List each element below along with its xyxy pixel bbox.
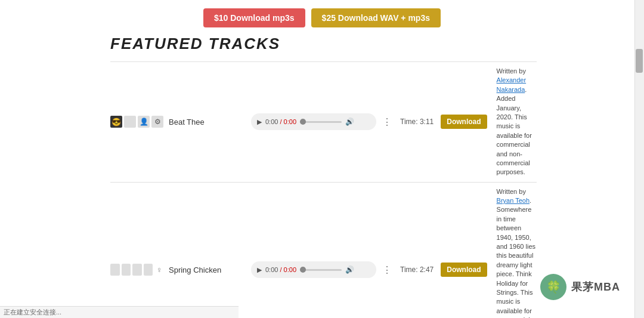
download-mp3s-button[interactable]: $10 Download mp3s: [203, 8, 305, 27]
play-button[interactable]: ▶: [257, 118, 262, 126]
track-duration: Time: 3:11: [400, 118, 434, 126]
track-row: 😎 👤 ⚙ Beat Thee ▶ 0:00 / 0:00 🔊 ⋮ Time: …: [110, 61, 537, 182]
play-button[interactable]: ▶: [257, 266, 262, 274]
track-icon-b1: [110, 264, 120, 276]
audio-player[interactable]: ▶ 0:00 / 0:00 🔊: [251, 261, 376, 278]
track-icons: 😎 👤 ⚙: [110, 116, 164, 128]
time-total: 0:00: [284, 266, 296, 273]
more-options-icon[interactable]: ⋮: [382, 264, 392, 276]
track-row: ♀ Spring Chicken ▶ 0:00 / 0:00 🔊 ⋮ Time:…: [110, 182, 537, 318]
top-bar: $10 Download mp3s $25 Download WAV + mp3…: [0, 0, 644, 35]
scrollbar[interactable]: [634, 0, 644, 318]
section-title: FEATURED TRACKS: [110, 35, 537, 53]
progress-bar[interactable]: [300, 121, 342, 123]
download-button[interactable]: Download: [441, 263, 487, 277]
track-icon-smiley: 😎: [110, 116, 122, 128]
track-icons: ♀: [110, 264, 164, 276]
scrollbar-thumb[interactable]: [636, 49, 643, 73]
tracks-container: 😎 👤 ⚙ Beat Thee ▶ 0:00 / 0:00 🔊 ⋮ Time: …: [110, 61, 537, 318]
track-icon-b3: [132, 264, 142, 276]
track-icon-gender: ♀: [154, 264, 164, 276]
volume-icon[interactable]: 🔊: [345, 265, 354, 274]
time-current: 0:00: [265, 266, 278, 273]
track-author-link[interactable]: Bryan Teoh: [497, 197, 530, 204]
volume-icon[interactable]: 🔊: [345, 118, 354, 126]
track-icon-b4: [144, 264, 153, 276]
track-duration: Time: 2:47: [400, 265, 434, 274]
time-display: 0:00 / 0:00: [265, 118, 296, 125]
track-author-link[interactable]: Alexander Nakarada: [497, 76, 527, 92]
watermark: 🍀 果茅MBA: [540, 274, 620, 300]
time-total: 0:00: [284, 118, 296, 125]
progress-dot: [300, 267, 306, 273]
track-icon-b2: [122, 264, 131, 276]
status-bar: 正在建立安全连接...: [0, 306, 239, 318]
time-display: 0:00 / 0:00: [265, 266, 296, 273]
progress-bar[interactable]: [300, 269, 342, 271]
track-icon-person: 👤: [138, 116, 150, 128]
more-options-icon[interactable]: ⋮: [382, 116, 392, 128]
track-description: Written by Alexander Nakarada. Added Jan…: [497, 67, 537, 177]
watermark-text: 果茅MBA: [571, 280, 620, 294]
download-button[interactable]: Download: [441, 115, 487, 129]
audio-player[interactable]: ▶ 0:00 / 0:00 🔊: [251, 113, 376, 130]
track-icon-box1: [124, 116, 136, 128]
download-wav-button[interactable]: $25 Download WAV + mp3s: [311, 8, 441, 27]
watermark-icon: 🍀: [540, 274, 566, 300]
track-icon-gear: ⚙: [151, 116, 163, 128]
time-current: 0:00: [265, 118, 278, 125]
track-name: Beat Thee: [169, 118, 246, 126]
track-description: Written by Bryan Teoh. Somewhere in time…: [497, 187, 537, 318]
track-name: Spring Chicken: [169, 265, 246, 274]
progress-dot: [300, 119, 306, 125]
status-text: 正在建立安全连接...: [4, 308, 61, 316]
